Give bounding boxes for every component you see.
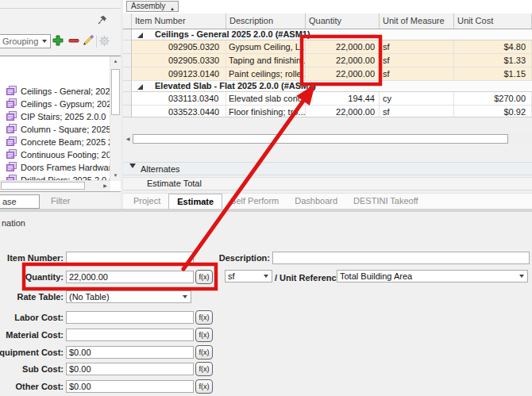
material-cost-label: Material Cost:	[6, 329, 64, 341]
tree-item-ceilings-general-2025-2-0[interactable]: Ceilings - General; 2025 2.0	[0, 85, 110, 98]
row-indicator[interactable]	[123, 106, 132, 117]
column-header-unit-of-measure[interactable]: Unit of Measure	[380, 13, 454, 29]
cell-uom[interactable]: sf	[380, 54, 454, 67]
row-indicator[interactable]	[123, 67, 132, 81]
tab-self-perform[interactable]: Self Perform	[222, 194, 287, 209]
grid-row[interactable]: 033113.0340Elevated slab concr...194.44c…	[123, 92, 532, 106]
cell-uom[interactable]: sf	[380, 106, 454, 117]
cell-description[interactable]: Taping and finishin...	[226, 54, 306, 67]
tab-dashboard[interactable]: Dashboard	[287, 194, 345, 209]
column-header-description[interactable]: Description	[226, 13, 306, 29]
scroll-left-icon[interactable]: ◀	[123, 133, 133, 144]
cell-description[interactable]: Gypsum Ceiling, Li...	[226, 40, 306, 54]
pin-icon[interactable]	[98, 15, 107, 25]
labor-cost-fx-button[interactable]: f(x)	[195, 310, 213, 325]
cell-description[interactable]: Floor finishing; tro...	[226, 106, 306, 117]
labor-cost-field[interactable]	[66, 311, 194, 324]
quantity-field[interactable]: 22,000.00	[66, 271, 194, 283]
tree-item-doors-frames-hardware-20[interactable]: Doors Frames Hardware; 20	[0, 161, 110, 174]
add-button[interactable]	[52, 34, 66, 48]
cell-uom[interactable]: sf	[380, 40, 454, 54]
other-cost-fx-button[interactable]: f(x)	[195, 379, 213, 394]
alternates-section-header[interactable]: Alternates	[123, 162, 532, 175]
column-header-item-number[interactable]: Item Number	[132, 13, 226, 29]
group-header-cell[interactable]: Ceilings - General 2025 2.0.0 (#ASM1)	[132, 29, 532, 40]
tab-filter[interactable]: Filter	[51, 196, 70, 206]
material-cost-field[interactable]	[66, 329, 194, 341]
cell-quantity[interactable]: 194.44	[306, 92, 380, 106]
row-indicator[interactable]	[123, 81, 132, 92]
grid-row[interactable]: 099123.0140Paint ceilings; rolle...22,00…	[123, 67, 532, 81]
cell-unit-cost[interactable]: $0.92	[454, 106, 532, 117]
sub-cost-field[interactable]: $0.00	[66, 363, 194, 375]
cell-quantity[interactable]: 22,000.00	[306, 40, 380, 54]
group-expanded-icon[interactable]	[137, 84, 143, 90]
tree-vertical-scrollbar[interactable]: ▲ ▼	[110, 56, 121, 181]
cell-quantity[interactable]: 22,000.00	[306, 106, 380, 117]
grid-group-row[interactable]: Elevated Slab - Flat 2025 2.0.0 (#ASM2)	[123, 81, 532, 92]
equipment-cost-field[interactable]: $0.00	[66, 346, 194, 359]
tree-item-continuous-footing-2025-2[interactable]: Continuous Footing; 2025 2	[0, 148, 110, 161]
tree-item-concrete-beam-2025-2-0-0[interactable]: Concrete Beam; 2025 2.0.0	[0, 136, 110, 148]
row-indicator[interactable]	[123, 29, 132, 40]
column-header-quantity[interactable]: Quantity	[306, 13, 380, 29]
item-number-field[interactable]	[66, 252, 194, 264]
equipment-cost-fx-button[interactable]: f(x)	[195, 345, 213, 359]
scrollbar-thumb[interactable]	[133, 134, 508, 144]
grid-row[interactable]: 092905.0330Taping and finishin...22,000.…	[123, 54, 532, 67]
row-indicator[interactable]	[123, 40, 132, 54]
column-header-unit-cost[interactable]: Unit Cost	[454, 13, 532, 29]
cell-item-number[interactable]: 033113.0340	[132, 92, 226, 106]
other-cost-field[interactable]: $0.00	[66, 380, 194, 393]
quantity-fx-button[interactable]: f(x)	[195, 270, 213, 284]
description-field[interactable]	[272, 252, 530, 264]
tree-item-column-square-2025-2-0[interactable]: Column - Square; 2025 2.0.	[0, 123, 110, 136]
uom-select[interactable]: sf	[225, 270, 272, 283]
cell-description[interactable]: Paint ceilings; rolle...	[226, 67, 306, 81]
cell-unit-cost[interactable]: $1.33	[454, 54, 532, 67]
row-indicator[interactable]	[123, 92, 132, 106]
cell-item-number[interactable]: 092905.0330	[132, 54, 226, 67]
cell-item-number[interactable]: 033523.0440	[132, 106, 226, 117]
cell-unit-cost[interactable]: $1.15	[454, 67, 532, 81]
grid-row[interactable]: 033523.0440Floor finishing; tro...22,000…	[123, 106, 532, 117]
unit-reference-select[interactable]: Total Building Area	[337, 270, 528, 283]
group-expanded-icon[interactable]	[137, 33, 143, 38]
rate-table-select[interactable]: (No Table)	[66, 290, 191, 303]
edit-button[interactable]	[82, 34, 96, 48]
remove-button[interactable]	[67, 34, 82, 48]
cell-uom[interactable]: cy	[380, 92, 454, 106]
cell-uom[interactable]: sf	[380, 67, 454, 81]
equipment-cost-label: Equipment Cost:	[0, 346, 64, 359]
cell-item-number[interactable]: 092905.0320	[132, 40, 226, 54]
collapse-icon[interactable]	[129, 163, 136, 168]
tab-project[interactable]: Project	[125, 194, 168, 209]
grid-horizontal-scrollbar[interactable]: ◀	[123, 133, 532, 144]
group-header-cell[interactable]: Elevated Slab - Flat 2025 2.0.0 (#ASM2)	[132, 81, 532, 92]
group-by-assembly-button[interactable]: Assembly ▲	[126, 1, 179, 12]
grouping-select[interactable]: Grouping	[0, 34, 51, 48]
estimate-total-row[interactable]: Estimate Total	[123, 177, 532, 190]
grid-group-row[interactable]: Ceilings - General 2025 2.0.0 (#ASM1)	[123, 29, 532, 40]
sub-cost-fx-button[interactable]: f(x)	[195, 362, 213, 376]
scroll-down-icon[interactable]: ▼	[110, 171, 121, 181]
tab-destini-takeoff[interactable]: DESTINI Takeoff	[345, 194, 426, 209]
cell-quantity[interactable]: 22,000.00	[306, 54, 380, 67]
tab-database[interactable]: ase	[0, 194, 40, 209]
scroll-right-icon[interactable]: ▶	[100, 181, 110, 191]
scrollbar-thumb[interactable]	[1, 182, 85, 190]
cell-description[interactable]: Elevated slab concr...	[226, 92, 306, 106]
tree-horizontal-scrollbar[interactable]: ▶	[0, 180, 110, 191]
scroll-up-icon[interactable]: ▲	[110, 56, 121, 67]
cell-item-number[interactable]: 099123.0140	[132, 67, 226, 81]
tab-estimate[interactable]: Estimate	[168, 194, 222, 209]
tree-item-cip-stairs-2025-2-0-0[interactable]: CIP Stairs; 2025 2.0.0	[0, 110, 110, 123]
material-cost-fx-button[interactable]: f(x)	[195, 328, 213, 342]
scrollbar-thumb[interactable]	[111, 69, 120, 115]
cell-unit-cost[interactable]: $4.80	[454, 40, 532, 54]
grid-row[interactable]: 092905.0320Gypsum Ceiling, Li...22,000.0…	[123, 40, 532, 54]
cell-unit-cost[interactable]: $270.00	[454, 92, 532, 106]
row-indicator[interactable]	[123, 54, 132, 67]
tree-item-ceilings-gypsum-2025-2-0[interactable]: Ceilings - Gypsum; 2025 2.0	[0, 98, 110, 110]
cell-quantity[interactable]: 22,000.00	[306, 67, 380, 81]
